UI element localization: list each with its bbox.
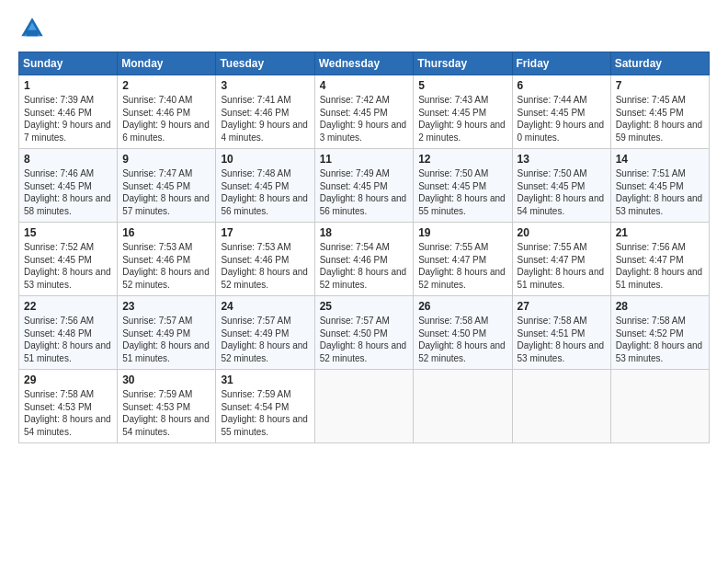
day-info: Sunrise: 7:56 AMSunset: 4:47 PMDaylight:… (616, 241, 704, 291)
day-number: 25 (320, 300, 409, 313)
column-header-monday: Monday (118, 52, 216, 75)
day-number: 19 (418, 226, 506, 239)
column-header-sunday: Sunday (19, 52, 118, 75)
day-info: Sunrise: 7:42 AMSunset: 4:45 PMDaylight:… (320, 94, 409, 144)
day-number: 7 (616, 79, 704, 92)
calendar-cell: 20Sunrise: 7:55 AMSunset: 4:47 PMDayligh… (512, 223, 610, 296)
calendar-week-5: 29Sunrise: 7:58 AMSunset: 4:53 PMDayligh… (19, 370, 710, 443)
calendar-cell: 29Sunrise: 7:58 AMSunset: 4:53 PMDayligh… (19, 370, 118, 443)
day-number: 18 (320, 226, 409, 239)
logo-icon (18, 15, 46, 42)
day-info: Sunrise: 7:55 AMSunset: 4:47 PMDaylight:… (418, 241, 506, 291)
day-number: 22 (24, 300, 112, 313)
day-info: Sunrise: 7:39 AMSunset: 4:46 PMDaylight:… (24, 94, 112, 144)
day-info: Sunrise: 7:49 AMSunset: 4:45 PMDaylight:… (320, 167, 409, 217)
day-info: Sunrise: 7:59 AMSunset: 4:54 PMDaylight:… (221, 388, 309, 438)
day-number: 13 (518, 153, 606, 166)
column-header-wednesday: Wednesday (314, 52, 414, 75)
day-info: Sunrise: 7:59 AMSunset: 4:53 PMDaylight:… (122, 388, 210, 438)
day-number: 12 (418, 153, 506, 166)
day-info: Sunrise: 7:53 AMSunset: 4:46 PMDaylight:… (122, 241, 210, 291)
day-number: 3 (221, 79, 309, 92)
day-number: 28 (616, 300, 704, 313)
day-number: 14 (616, 153, 704, 166)
calendar-cell: 10Sunrise: 7:48 AMSunset: 4:45 PMDayligh… (216, 149, 314, 223)
day-number: 8 (24, 153, 112, 166)
calendar-cell: 22Sunrise: 7:56 AMSunset: 4:48 PMDayligh… (19, 296, 118, 370)
calendar-cell: 27Sunrise: 7:58 AMSunset: 4:51 PMDayligh… (512, 296, 610, 370)
calendar-cell: 8Sunrise: 7:46 AMSunset: 4:45 PMDaylight… (19, 149, 118, 223)
page: SundayMondayTuesdayWednesdayThursdayFrid… (0, 0, 728, 563)
calendar-cell: 9Sunrise: 7:47 AMSunset: 4:45 PMDaylight… (118, 149, 216, 223)
calendar-cell (314, 370, 414, 443)
calendar-cell: 12Sunrise: 7:50 AMSunset: 4:45 PMDayligh… (414, 149, 512, 223)
day-number: 6 (518, 79, 606, 92)
calendar-cell (414, 370, 512, 443)
day-number: 4 (320, 79, 409, 92)
day-number: 9 (122, 153, 210, 166)
calendar-cell: 21Sunrise: 7:56 AMSunset: 4:47 PMDayligh… (610, 223, 709, 296)
calendar-week-4: 22Sunrise: 7:56 AMSunset: 4:48 PMDayligh… (19, 296, 710, 370)
calendar-cell: 19Sunrise: 7:55 AMSunset: 4:47 PMDayligh… (414, 223, 512, 296)
day-number: 26 (418, 300, 506, 313)
day-info: Sunrise: 7:46 AMSunset: 4:45 PMDaylight:… (24, 167, 112, 217)
calendar-cell: 17Sunrise: 7:53 AMSunset: 4:46 PMDayligh… (216, 223, 314, 296)
day-info: Sunrise: 7:54 AMSunset: 4:46 PMDaylight:… (320, 241, 409, 291)
day-number: 23 (122, 300, 210, 313)
calendar-cell: 3Sunrise: 7:41 AMSunset: 4:46 PMDaylight… (216, 75, 314, 149)
day-info: Sunrise: 7:58 AMSunset: 4:53 PMDaylight:… (24, 388, 112, 438)
calendar-cell: 15Sunrise: 7:52 AMSunset: 4:45 PMDayligh… (19, 223, 118, 296)
logo (18, 15, 50, 42)
calendar-week-3: 15Sunrise: 7:52 AMSunset: 4:45 PMDayligh… (19, 223, 710, 296)
calendar-cell: 6Sunrise: 7:44 AMSunset: 4:45 PMDaylight… (512, 75, 610, 149)
calendar-cell: 18Sunrise: 7:54 AMSunset: 4:46 PMDayligh… (314, 223, 414, 296)
calendar-header-row: SundayMondayTuesdayWednesdayThursdayFrid… (19, 52, 710, 75)
calendar-cell: 28Sunrise: 7:58 AMSunset: 4:52 PMDayligh… (610, 296, 709, 370)
day-info: Sunrise: 7:58 AMSunset: 4:51 PMDaylight:… (518, 315, 606, 364)
day-info: Sunrise: 7:57 AMSunset: 4:49 PMDaylight:… (221, 315, 309, 364)
day-number: 2 (122, 79, 210, 92)
calendar-cell: 2Sunrise: 7:40 AMSunset: 4:46 PMDaylight… (118, 75, 216, 149)
day-info: Sunrise: 7:53 AMSunset: 4:46 PMDaylight:… (221, 241, 309, 291)
column-header-friday: Friday (512, 52, 610, 75)
calendar-cell: 5Sunrise: 7:43 AMSunset: 4:45 PMDaylight… (414, 75, 512, 149)
day-info: Sunrise: 7:40 AMSunset: 4:46 PMDaylight:… (122, 94, 210, 144)
calendar-week-1: 1Sunrise: 7:39 AMSunset: 4:46 PMDaylight… (19, 75, 710, 149)
day-number: 1 (24, 79, 112, 92)
calendar-cell: 16Sunrise: 7:53 AMSunset: 4:46 PMDayligh… (118, 223, 216, 296)
day-number: 21 (616, 226, 704, 239)
day-info: Sunrise: 7:57 AMSunset: 4:49 PMDaylight:… (122, 315, 210, 364)
day-number: 5 (418, 79, 506, 92)
day-info: Sunrise: 7:44 AMSunset: 4:45 PMDaylight:… (518, 94, 606, 144)
day-number: 11 (320, 153, 409, 166)
column-header-tuesday: Tuesday (216, 52, 314, 75)
calendar-cell (512, 370, 610, 443)
day-number: 30 (122, 373, 210, 386)
day-info: Sunrise: 7:43 AMSunset: 4:45 PMDaylight:… (418, 94, 506, 144)
calendar-cell: 30Sunrise: 7:59 AMSunset: 4:53 PMDayligh… (118, 370, 216, 443)
column-header-saturday: Saturday (610, 52, 709, 75)
calendar-cell: 26Sunrise: 7:58 AMSunset: 4:50 PMDayligh… (414, 296, 512, 370)
calendar-cell: 23Sunrise: 7:57 AMSunset: 4:49 PMDayligh… (118, 296, 216, 370)
day-info: Sunrise: 7:51 AMSunset: 4:45 PMDaylight:… (616, 167, 704, 217)
day-number: 16 (122, 226, 210, 239)
day-info: Sunrise: 7:58 AMSunset: 4:50 PMDaylight:… (418, 315, 506, 364)
day-number: 31 (221, 373, 309, 386)
column-header-thursday: Thursday (414, 52, 512, 75)
calendar-cell: 31Sunrise: 7:59 AMSunset: 4:54 PMDayligh… (216, 370, 314, 443)
day-info: Sunrise: 7:50 AMSunset: 4:45 PMDaylight:… (418, 167, 506, 217)
calendar-week-2: 8Sunrise: 7:46 AMSunset: 4:45 PMDaylight… (19, 149, 710, 223)
day-info: Sunrise: 7:55 AMSunset: 4:47 PMDaylight:… (518, 241, 606, 291)
calendar-cell: 7Sunrise: 7:45 AMSunset: 4:45 PMDaylight… (610, 75, 709, 149)
calendar-cell: 4Sunrise: 7:42 AMSunset: 4:45 PMDaylight… (314, 75, 414, 149)
calendar-cell: 14Sunrise: 7:51 AMSunset: 4:45 PMDayligh… (610, 149, 709, 223)
day-info: Sunrise: 7:47 AMSunset: 4:45 PMDaylight:… (122, 167, 210, 217)
svg-rect-2 (26, 30, 38, 37)
day-info: Sunrise: 7:58 AMSunset: 4:52 PMDaylight:… (616, 315, 704, 364)
day-info: Sunrise: 7:50 AMSunset: 4:45 PMDaylight:… (518, 167, 606, 217)
day-info: Sunrise: 7:41 AMSunset: 4:46 PMDaylight:… (221, 94, 309, 144)
day-info: Sunrise: 7:45 AMSunset: 4:45 PMDaylight:… (616, 94, 704, 144)
day-number: 20 (518, 226, 606, 239)
header (18, 15, 710, 42)
calendar-cell: 24Sunrise: 7:57 AMSunset: 4:49 PMDayligh… (216, 296, 314, 370)
